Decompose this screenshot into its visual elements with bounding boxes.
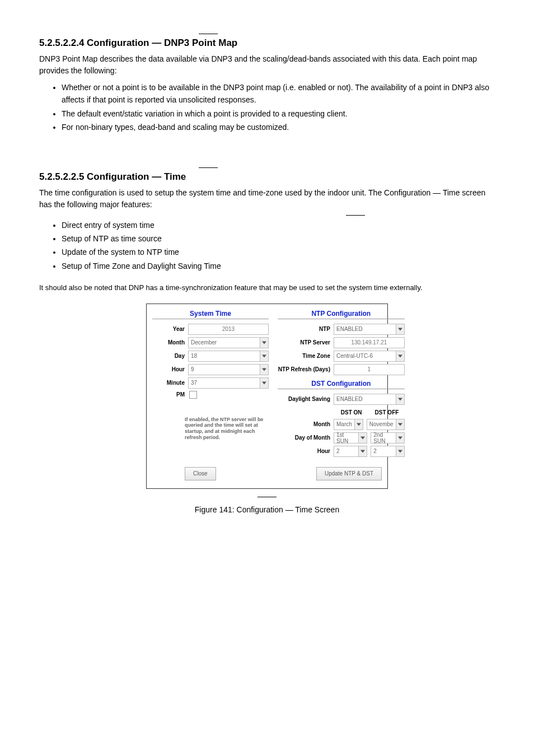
timezone-select[interactable]: Central-UTC-6 xyxy=(334,351,405,362)
time-config-dialog: System Time Year 2013 Month December Day… xyxy=(146,304,388,489)
chevron-down-icon xyxy=(396,433,404,443)
ntp-refresh-input[interactable]: 1 xyxy=(334,364,405,375)
year-label: Year xyxy=(152,326,188,332)
ntp-refresh-label: NTP Refresh (Days) xyxy=(278,366,334,372)
chevron-down-icon xyxy=(396,394,404,404)
chevron-down-icon xyxy=(260,338,268,348)
ntp-server-input[interactable]: 130.149.17.21 xyxy=(334,337,405,348)
hour-select[interactable]: 9 xyxy=(188,364,269,375)
list-item: Update of the system to NTP time xyxy=(62,246,495,258)
section-b-bullets: Direct entry of system time Setup of NTP… xyxy=(39,219,495,273)
system-time-heading: System Time xyxy=(152,310,269,319)
dst-hour-label: Hour xyxy=(278,448,334,454)
chevron-down-icon xyxy=(260,351,268,361)
section-b-para: The time configuration is used to setup … xyxy=(39,187,495,211)
chevron-down-icon xyxy=(396,419,404,430)
year-input[interactable]: 2013 xyxy=(188,324,269,335)
section-b-para2: It should also be noted that DNP has a t… xyxy=(39,282,495,293)
dst-month-label: Month xyxy=(278,421,334,427)
section-a-title: 5.2.5.2.2.4 Configuration — DNP3 Point M… xyxy=(39,38,495,49)
ntp-note: If enabled, the NTP server will be queri… xyxy=(185,417,269,441)
figure-caption: Figure 141: Configuration — Time Screen xyxy=(39,505,495,514)
chevron-down-icon xyxy=(260,365,268,375)
hour-label: Hour xyxy=(152,366,188,372)
list-item: Setup of Time Zone and Daylight Saving T… xyxy=(62,260,495,272)
chevron-down-icon xyxy=(396,446,404,456)
ntp-label: NTP xyxy=(278,326,334,332)
dst-on-month-select[interactable]: March xyxy=(334,419,363,430)
dst-off-dom-select[interactable]: 2nd SUN xyxy=(371,432,404,444)
pm-checkbox[interactable] xyxy=(189,391,197,399)
chevron-down-icon xyxy=(354,419,363,430)
ntp-config-heading: NTP Configuration xyxy=(278,310,405,319)
pm-label: PM xyxy=(152,391,188,398)
update-ntp-dst-button[interactable]: Update NTP & DST xyxy=(316,467,382,480)
list-item: The default event/static variation in wh… xyxy=(62,108,495,120)
list-item: Setup of NTP as time source xyxy=(62,232,495,245)
dst-config-heading: DST Configuration xyxy=(278,380,405,389)
dst-on-hour-select[interactable]: 2 xyxy=(334,446,367,457)
day-select[interactable]: 18 xyxy=(188,351,269,362)
timezone-label: Time Zone xyxy=(278,353,334,359)
section-a-bullets: Whether or not a point is to be availabl… xyxy=(39,81,495,134)
list-item: Whether or not a point is to be availabl… xyxy=(62,81,495,106)
section-b-title: 5.2.5.2.2.5 Configuration — Time xyxy=(39,171,495,183)
chevron-down-icon xyxy=(260,378,268,388)
dst-dom-label: Day of Month xyxy=(278,435,334,441)
dst-on-dom-select[interactable]: 1st SUN xyxy=(334,432,367,444)
section-a-para: DNP3 Point Map describes the data availa… xyxy=(39,53,495,77)
ntp-server-label: NTP Server xyxy=(278,339,334,346)
chevron-down-icon xyxy=(396,324,404,334)
list-item: Direct entry of system time xyxy=(62,219,495,231)
dst-on-head: DST ON xyxy=(334,409,369,416)
list-item: For non-binary types, dead-band and scal… xyxy=(62,121,495,133)
month-label: Month xyxy=(152,339,188,346)
close-button[interactable]: Close xyxy=(185,467,216,480)
dst-off-hour-select[interactable]: 2 xyxy=(371,446,404,457)
minute-label: Minute xyxy=(152,380,188,386)
chevron-down-icon xyxy=(358,433,367,443)
month-select[interactable]: December xyxy=(188,337,269,348)
dst-label: Daylight Saving xyxy=(278,396,334,402)
dst-off-month-select[interactable]: Novembe xyxy=(367,419,405,430)
dst-off-head: DST OFF xyxy=(369,409,404,416)
dst-select[interactable]: ENABLED xyxy=(334,394,405,405)
chevron-down-icon xyxy=(358,446,367,456)
ntp-select[interactable]: ENABLED xyxy=(334,324,405,335)
minute-select[interactable]: 37 xyxy=(188,377,269,389)
day-label: Day xyxy=(152,353,188,359)
chevron-down-icon xyxy=(396,351,404,361)
